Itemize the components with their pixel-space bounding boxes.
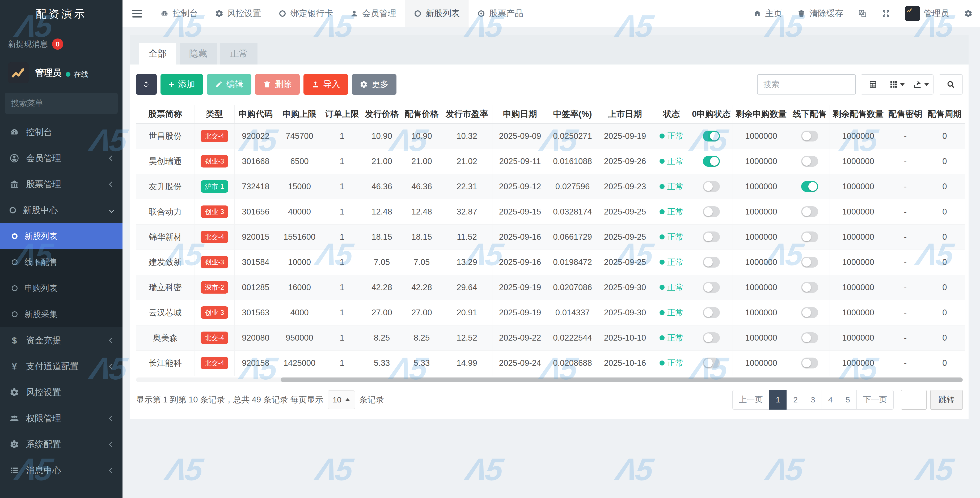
zero-subscribe-toggle[interactable] <box>703 131 720 141</box>
withdraw-message-row[interactable]: 新提现消息 0 <box>8 38 123 50</box>
delete-button[interactable]: 删除 <box>255 74 300 95</box>
column-header-上市日期[interactable]: 上市日期 <box>597 105 653 124</box>
page-button-5[interactable]: 5 <box>839 390 857 409</box>
page-button-4[interactable]: 4 <box>822 390 840 409</box>
column-header-申购上限[interactable]: 申购上限 <box>277 105 322 124</box>
sidebar-item-会员管理[interactable]: 会员管理 <box>0 145 123 171</box>
jump-page-input[interactable] <box>901 390 927 409</box>
fullscreen-button[interactable] <box>874 0 897 27</box>
home-link[interactable]: 主页 <box>746 0 790 27</box>
horizontal-scrollbar-thumb[interactable] <box>281 377 963 382</box>
language-button[interactable] <box>851 0 874 27</box>
search-button[interactable] <box>939 75 963 95</box>
sidebar-item-控制台[interactable]: 控制台 <box>0 119 123 145</box>
cell-issue_price: 5.33 <box>362 351 402 376</box>
app-title: 配资演示 <box>0 0 123 28</box>
page-button-3[interactable]: 3 <box>804 390 822 409</box>
import-button[interactable]: 导入 <box>304 74 348 95</box>
sidebar-item-支付通道配置[interactable]: ¥支付通道配置 <box>0 353 123 379</box>
cell-name: 世昌股份 <box>136 124 194 149</box>
offline-place-toggle[interactable] <box>801 257 818 268</box>
prev-page-button[interactable]: 上一页 <box>732 390 770 409</box>
sidebar-item-资金充提[interactable]: $资金充提 <box>0 327 123 353</box>
column-header-线下配售[interactable]: 线下配售 <box>790 105 830 124</box>
sidebar-item-消息中心[interactable]: 消息中心 <box>0 457 123 484</box>
refresh-button[interactable] <box>136 74 157 95</box>
nav-tab-控制台[interactable]: 控制台 <box>152 0 207 27</box>
column-header-类型[interactable]: 类型 <box>194 105 234 124</box>
column-header-剩余配售数量[interactable]: 剩余配售数量 <box>830 105 887 124</box>
cell-list_date: 2025-09-25 <box>597 249 653 275</box>
page-size-select[interactable]: 10 <box>328 390 355 409</box>
offline-place-toggle[interactable] <box>801 332 818 343</box>
toggle-view-button[interactable] <box>861 75 885 95</box>
sidebar-toggle-button[interactable] <box>123 0 152 27</box>
table-search-input[interactable] <box>757 75 856 95</box>
sidebar-subitem-申购列表[interactable]: 申购列表 <box>0 275 123 301</box>
filter-tab-正常[interactable]: 正常 <box>220 43 258 65</box>
offline-place-toggle[interactable] <box>801 206 818 217</box>
status-label: 正常 <box>667 282 684 293</box>
column-header-配售价格[interactable]: 配售价格 <box>402 105 442 124</box>
sidebar-item-权限管理[interactable]: 权限管理 <box>0 405 123 431</box>
more-button[interactable]: 更多 <box>352 74 396 95</box>
cell-offline_on <box>790 149 830 174</box>
offline-place-toggle[interactable] <box>801 156 818 167</box>
page-button-1[interactable]: 1 <box>769 390 787 409</box>
column-header-发行价格[interactable]: 发行价格 <box>362 105 402 124</box>
column-header-剩余申购数量[interactable]: 剩余申购数量 <box>733 105 790 124</box>
zero-subscribe-toggle[interactable] <box>703 307 720 318</box>
edit-button[interactable]: 编辑 <box>207 74 251 95</box>
column-header-配售密钥[interactable]: 配售密钥 <box>887 105 924 124</box>
nav-tab-风控设置[interactable]: 风控设置 <box>207 0 270 27</box>
sidebar-subitem-新股采集[interactable]: 新股采集 <box>0 301 123 327</box>
zero-subscribe-toggle[interactable] <box>703 156 720 167</box>
nav-tab-绑定银行卡[interactable]: 绑定银行卡 <box>270 0 342 27</box>
jump-button[interactable]: 跳转 <box>930 390 963 409</box>
offline-place-toggle[interactable] <box>801 131 818 141</box>
column-header-订单上限[interactable]: 订单上限 <box>322 105 362 124</box>
offline-place-toggle[interactable] <box>801 181 818 192</box>
pencil-icon <box>215 81 223 89</box>
zero-subscribe-toggle[interactable] <box>703 232 720 243</box>
settings-button[interactable] <box>957 0 980 27</box>
offline-place-toggle[interactable] <box>801 282 818 293</box>
column-header-申购代码[interactable]: 申购代码 <box>234 105 277 124</box>
column-header-发行市盈率[interactable]: 发行市盈率 <box>442 105 492 124</box>
nav-tab-新股列表[interactable]: 新股列表 <box>405 0 468 27</box>
columns-button[interactable] <box>885 75 909 95</box>
sidebar-item-系统配置[interactable]: 系统配置 <box>0 431 123 457</box>
column-header-中签率(%)[interactable]: 中签率(%) <box>548 105 597 124</box>
page-button-2[interactable]: 2 <box>787 390 804 409</box>
column-header-状态[interactable]: 状态 <box>653 105 690 124</box>
admin-menu[interactable]: 管理员 <box>897 0 957 27</box>
column-header-申购日期[interactable]: 申购日期 <box>492 105 548 124</box>
sidebar-item-风控设置[interactable]: 风控设置 <box>0 379 123 405</box>
filter-tab-全部[interactable]: 全部 <box>139 43 176 65</box>
offline-place-toggle[interactable] <box>801 307 818 318</box>
nav-tab-会员管理[interactable]: 会员管理 <box>342 0 405 27</box>
zero-subscribe-toggle[interactable] <box>703 206 720 217</box>
sidebar-item-新股中心[interactable]: 新股中心 <box>0 197 123 223</box>
sidebar-item-股票管理[interactable]: 股票管理 <box>0 171 123 197</box>
next-page-button[interactable]: 下一页 <box>856 390 894 409</box>
add-button[interactable]: + 添加 <box>161 74 203 95</box>
zero-subscribe-toggle[interactable] <box>703 282 720 293</box>
zero-subscribe-toggle[interactable] <box>703 332 720 343</box>
clear-cache-link[interactable]: 清除缓存 <box>790 0 851 27</box>
column-header-配售周期[interactable]: 配售周期 <box>924 105 965 124</box>
sidebar-subitem-线下配售[interactable]: 线下配售 <box>0 249 123 275</box>
column-header-0申购状态[interactable]: 0申购状态 <box>690 105 733 124</box>
export-button[interactable] <box>909 75 934 95</box>
status-dot-icon <box>660 335 665 340</box>
offline-place-toggle[interactable] <box>801 232 818 243</box>
offline-place-toggle[interactable] <box>801 358 818 368</box>
filter-tab-隐藏[interactable]: 隐藏 <box>180 43 217 65</box>
column-header-股票简称[interactable]: 股票简称 <box>136 105 194 124</box>
sidebar-search-input[interactable] <box>11 99 114 108</box>
zero-subscribe-toggle[interactable] <box>703 181 720 192</box>
zero-subscribe-toggle[interactable] <box>703 257 720 268</box>
sidebar-subitem-新股列表[interactable]: 新股列表 <box>0 223 123 249</box>
zero-subscribe-toggle[interactable] <box>703 358 720 368</box>
nav-tab-股票产品[interactable]: 股票产品 <box>468 0 532 27</box>
